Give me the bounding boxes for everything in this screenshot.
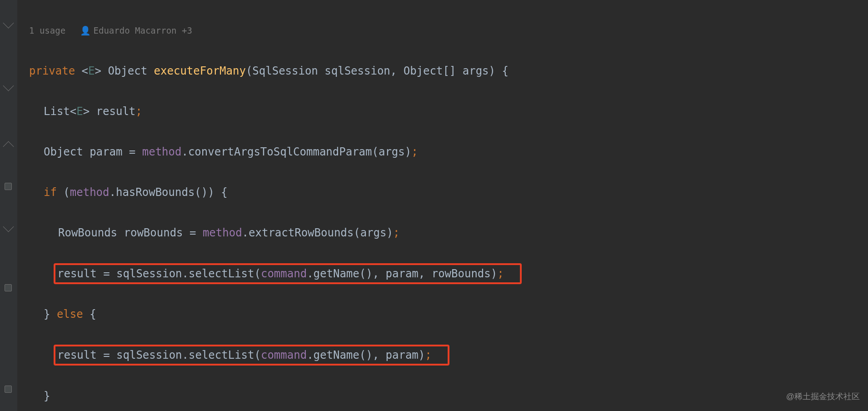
- code-line[interactable]: if (method.hasRowBounds()) {: [17, 182, 868, 203]
- code-editor[interactable]: 1 usage 👤Eduardo Macarron +3 private <E>…: [17, 0, 868, 411]
- highlight-box: result = sqlSession.selectList(command.g…: [54, 263, 522, 284]
- highlight-box: result = sqlSession.selectList(command.g…: [54, 345, 449, 366]
- person-icon: 👤: [80, 25, 91, 35]
- implements-icon[interactable]: [5, 183, 12, 190]
- usages-hint[interactable]: 1 usage: [29, 25, 65, 35]
- implements-icon[interactable]: [5, 386, 12, 393]
- code-line[interactable]: RowBounds rowBounds = method.extractRowB…: [17, 223, 868, 243]
- fold-icon[interactable]: [3, 80, 14, 91]
- code-line[interactable]: } else {: [17, 304, 868, 325]
- implements-icon[interactable]: [5, 284, 12, 291]
- code-line[interactable]: result = sqlSession.selectList(command.g…: [17, 345, 868, 366]
- code-line[interactable]: List<E> result;: [17, 101, 868, 122]
- inlay-hints[interactable]: 1 usage 👤Eduardo Macarron +3: [17, 20, 868, 41]
- editor-gutter: [0, 0, 17, 411]
- code-line[interactable]: }: [17, 386, 868, 406]
- fold-icon[interactable]: [3, 221, 14, 232]
- code-line[interactable]: private <E> Object executeForMany(SqlSes…: [17, 61, 868, 81]
- author-hint[interactable]: Eduardo Macarron +3: [94, 25, 192, 35]
- fold-icon[interactable]: [3, 141, 14, 152]
- code-line[interactable]: Object param = method.convertArgsToSqlCo…: [17, 142, 868, 162]
- watermark: @稀土掘金技术社区: [786, 386, 860, 407]
- fold-icon[interactable]: [3, 17, 14, 28]
- code-line[interactable]: result = sqlSession.selectList(command.g…: [17, 263, 868, 284]
